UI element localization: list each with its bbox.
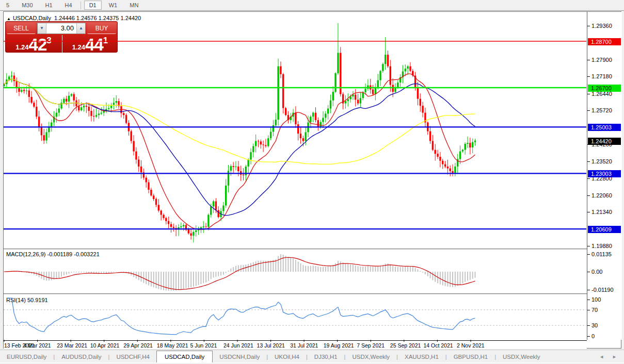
chart-tab-ukoil-h4[interactable]: UKOil,H4	[268, 352, 306, 362]
timeframe-button-m30[interactable]: M30	[17, 1, 38, 10]
chart-tab-xauusd-h1[interactable]: XAUUSD,H1	[398, 352, 445, 362]
chart-ohlc-values: 1.24446 1.24576 1.24375 1.24420	[54, 15, 141, 21]
price-level-badge: 1.20609	[588, 226, 621, 233]
date-axis-label: 13 Jul 2021	[257, 342, 285, 349]
sell-price-prefix: 1.24	[15, 43, 28, 51]
date-axis-label: 5 Jun 2021	[190, 342, 217, 349]
buy-price-big: 44	[85, 35, 103, 54]
price-axis-label: 1.23520	[591, 158, 612, 164]
macd-axis-label: 0.00	[591, 269, 602, 275]
price-axis-label: 1.27900	[591, 57, 612, 63]
tab-scroll-right-icon[interactable]: ►	[612, 354, 617, 359]
chart-tab-usdcnh-daily[interactable]: USDCNH,Daily	[213, 352, 266, 362]
macd-label: MACD(12,26,9) -0.001189 -0.003221	[6, 251, 100, 257]
chart-tab-bar: EURUSD,Daily|AUDUSD,Daily|USDCHF,H4USDCA…	[0, 350, 624, 362]
chart-tab-gbpusd-h1[interactable]: GBPUSD,H1	[447, 352, 494, 362]
sell-price-big: 42	[29, 35, 47, 54]
chart-title: USDCAD,Daily	[13, 15, 51, 21]
sell-quote[interactable]: 1.24423	[6, 35, 61, 53]
price-axis-label: 1.19880	[591, 243, 612, 249]
price-axis-label: 1.22060	[591, 192, 612, 198]
timeframe-button-h4[interactable]: H4	[60, 1, 77, 10]
buy-button[interactable]: BUY	[87, 23, 116, 34]
timeframe-button-h1[interactable]: H1	[40, 1, 58, 10]
date-axis-label: 2 Nov 2021	[457, 342, 485, 349]
buy-price-sup: 1	[103, 36, 108, 45]
timeframe-button-w1[interactable]: W1	[104, 1, 123, 10]
buy-quote[interactable]: 1.24441	[62, 35, 118, 53]
date-axis-label: 24 Jun 2021	[223, 342, 253, 349]
price-axis: 1.293601.279001.271801.264401.257201.242…	[587, 12, 622, 340]
trading-terminal: 5M30H1H4D1W1MN ▲USDCAD,Daily 1.24446 1.2…	[0, 0, 624, 364]
price-axis-label: 1.21340	[591, 209, 612, 215]
price-axis-label: 1.27180	[591, 73, 612, 79]
timeframe-button-d1[interactable]: D1	[84, 1, 102, 10]
rsi-label: RSI(14) 50.9191	[6, 297, 48, 303]
chart-tab-usdx-weekly[interactable]: USDX,Weekly	[496, 352, 547, 362]
macd-axis-label: 0.01135	[591, 251, 612, 257]
chart-window: ▲USDCAD,Daily 1.24446 1.24576 1.24375 1.…	[3, 11, 621, 349]
chart-tab-audusd-daily[interactable]: AUDUSD,Daily	[55, 352, 108, 362]
panel-separator[interactable]	[4, 293, 622, 295]
volume-decrease-button[interactable]: ▼	[38, 23, 46, 34]
price-level-badge: 1.25003	[588, 124, 621, 131]
macd-axis-label: -0.01190	[591, 287, 614, 293]
chart-tab-usdchf-h4[interactable]: USDCHF,H4	[109, 352, 156, 362]
price-axis-label: 1.25720	[591, 107, 612, 113]
date-axis-label: 19 Aug 2021	[324, 342, 354, 349]
volume-stepper: ▼ 3.00 ▲	[37, 23, 86, 34]
price-level-badge: 1.28700	[588, 38, 621, 45]
timeframe-button-mn[interactable]: MN	[124, 1, 143, 10]
chart-tab-usdx-weekly[interactable]: USDX,Weekly	[345, 352, 396, 362]
date-axis-label: 31 Jul 2021	[290, 342, 318, 349]
volume-increase-button[interactable]: ▲	[76, 23, 85, 34]
buy-price-prefix: 1.24	[72, 43, 85, 51]
date-axis-label: 23 Mar 2021	[57, 342, 87, 349]
date-axis-label: 14 Oct 2021	[423, 342, 453, 349]
date-axis-label: 18 May 2021	[157, 342, 188, 349]
date-axis-label: 10 Apr 2021	[90, 342, 120, 349]
chart-tab-dj30-h1[interactable]: DJ30,H1	[308, 352, 344, 362]
chart-tab-usdcad-daily[interactable]: USDCAD,Daily	[156, 351, 213, 363]
price-axis-label: 1.29360	[591, 23, 612, 29]
timeframe-toolbar: 5M30H1H4D1W1MN	[0, 0, 624, 11]
sell-button[interactable]: SELL	[7, 23, 36, 34]
price-level-badge: 1.24420	[588, 138, 621, 145]
volume-input[interactable]: 3.00	[46, 23, 76, 34]
chart-tab-eurusd-daily[interactable]: EURUSD,Daily	[0, 352, 53, 362]
rsi-axis-label: 70	[591, 307, 598, 313]
collapse-icon[interactable]: ▲	[7, 16, 11, 21]
sell-price-sup: 3	[46, 36, 51, 45]
date-axis-label: 29 Apr 2021	[123, 342, 153, 349]
price-level-badge: 1.23003	[588, 170, 621, 177]
date-axis: 13 Feb 20214 Mar 202123 Mar 202110 Apr 2…	[4, 340, 587, 349]
toolbar-separator	[81, 2, 81, 9]
price-level-badge: 1.26700	[588, 85, 621, 92]
rsi-axis-label: 30	[591, 322, 598, 328]
chart-header: ▲USDCAD,Daily 1.24446 1.24576 1.24375 1.…	[7, 15, 141, 21]
panel-separator[interactable]	[4, 249, 622, 250]
date-axis-label: 7 Sep 2021	[357, 342, 385, 349]
tab-scroll-left-icon[interactable]: ◄	[599, 354, 604, 359]
rsi-axis-label: 100	[591, 296, 601, 303]
date-axis-label: 25 Sep 2021	[390, 342, 421, 349]
timeframe-button-5[interactable]: 5	[1, 1, 14, 10]
date-axis-label: 4 Mar 2021	[24, 342, 51, 349]
one-click-trade-panel: SELL ▼ 3.00 ▲ BUY 1.24423 1.24441	[5, 21, 118, 53]
rsi-axis-label: 0	[591, 333, 595, 339]
